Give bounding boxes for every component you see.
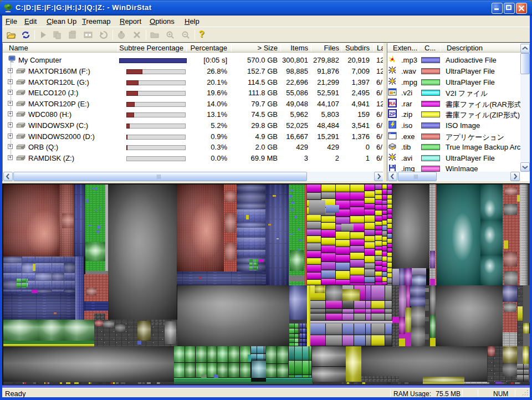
svg-text:RA: RA [389,101,396,106]
svg-text:ZP: ZP [389,111,396,117]
